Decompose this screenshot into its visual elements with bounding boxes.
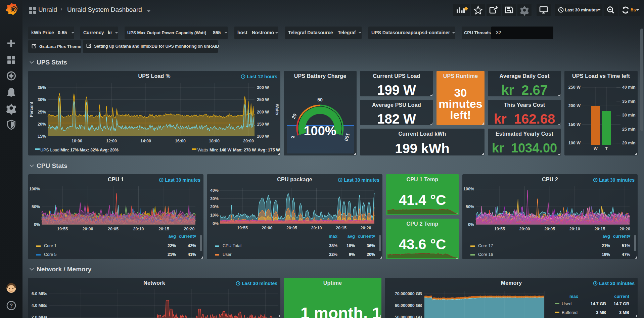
svg-text:20:05: 20:05 xyxy=(286,226,297,230)
svg-text:20:15: 20:15 xyxy=(594,227,605,231)
svg-text:current▾: current▾ xyxy=(179,234,196,239)
svg-text:Used: Used xyxy=(562,302,571,306)
svg-text:30 min: 30 min xyxy=(622,113,636,118)
svg-text:12:00: 12:00 xyxy=(106,139,117,143)
svg-text:Core 16: Core 16 xyxy=(478,252,493,257)
svg-text:0%: 0% xyxy=(34,222,40,227)
svg-text:100%: 100% xyxy=(29,187,40,191)
svg-text:20:20: 20:20 xyxy=(184,227,195,231)
svg-text:36%: 36% xyxy=(367,243,375,248)
svg-text:100 W: 100 W xyxy=(257,134,269,139)
svg-text:150 W: 150 W xyxy=(257,122,269,127)
svg-text:0%: 0% xyxy=(213,221,219,226)
svg-text:14.7 GB: 14.7 GB xyxy=(613,302,629,306)
svg-text:2.0 MBs: 2.0 MBs xyxy=(32,315,47,318)
svg-text:50: 50 xyxy=(317,97,323,102)
svg-text:30%: 30% xyxy=(210,196,219,201)
svg-text:30%: 30% xyxy=(38,97,46,102)
svg-text:40%: 40% xyxy=(210,188,219,193)
svg-text:300 W: 300 W xyxy=(257,85,269,90)
svg-text:Min: 148 W: Min: 148 W xyxy=(210,148,231,152)
svg-text:avg: avg xyxy=(603,234,610,239)
svg-text:19:55: 19:55 xyxy=(57,227,68,231)
svg-text:41%: 41% xyxy=(188,252,196,257)
svg-text:20:05: 20:05 xyxy=(108,227,119,231)
svg-text:200 W: 200 W xyxy=(257,110,269,115)
svg-text:25 min: 25 min xyxy=(622,127,636,132)
svg-text:avg: avg xyxy=(169,234,176,239)
svg-text:Core 1: Core 1 xyxy=(44,243,57,248)
svg-text:Buffered: Buffered xyxy=(562,310,578,315)
svg-text:20:10: 20:10 xyxy=(133,227,144,231)
svg-text:20:00: 20:00 xyxy=(83,227,93,231)
svg-text:T: T xyxy=(605,146,608,151)
svg-text:25%: 25% xyxy=(38,110,46,115)
svg-text:150 W: 150 W xyxy=(568,122,581,127)
svg-text:Avg: 175 W: Avg: 175 W xyxy=(258,148,280,152)
svg-text:9%: 9% xyxy=(349,252,355,257)
svg-text:18%: 18% xyxy=(347,243,355,248)
svg-text:200 W: 200 W xyxy=(568,103,581,108)
svg-text:?: ? xyxy=(10,303,13,309)
svg-text:50.000000 GB: 50.000000 GB xyxy=(395,315,422,318)
svg-text:20: 20 xyxy=(291,112,298,120)
svg-text:W: W xyxy=(594,146,598,151)
svg-text:18:00: 18:00 xyxy=(209,139,220,143)
svg-text:10:00: 10:00 xyxy=(72,139,82,143)
svg-text:35%: 35% xyxy=(38,85,46,90)
svg-text:50%: 50% xyxy=(32,205,40,209)
svg-text:current: current xyxy=(614,294,629,299)
svg-text:6.0 MBs: 6.0 MBs xyxy=(32,291,47,296)
svg-text:Min: 17%: Min: 17% xyxy=(60,148,79,152)
svg-text:50%: 50% xyxy=(466,205,474,209)
svg-text:42%: 42% xyxy=(188,243,196,248)
svg-text:20:10: 20:10 xyxy=(569,227,580,231)
svg-text:20:10: 20:10 xyxy=(311,226,322,230)
svg-text:User: User xyxy=(223,252,231,257)
svg-text:14:00: 14:00 xyxy=(140,139,151,143)
svg-text:250 W: 250 W xyxy=(568,85,581,90)
svg-text:20:20: 20:20 xyxy=(361,226,371,230)
svg-text:20 min: 20 min xyxy=(622,141,636,145)
svg-text:4.0 MBs: 4.0 MBs xyxy=(32,303,47,308)
svg-text:19%: 19% xyxy=(602,252,610,257)
svg-text:3 MB: 3 MB xyxy=(596,310,606,315)
svg-text:19:55: 19:55 xyxy=(494,227,505,231)
svg-text:20:00: 20:00 xyxy=(243,139,254,143)
svg-text:15%: 15% xyxy=(38,134,46,139)
svg-text:22%: 22% xyxy=(168,243,176,248)
svg-text:UPS Load: UPS Load xyxy=(40,148,59,152)
svg-text:20:05: 20:05 xyxy=(544,227,555,231)
svg-text:38%: 38% xyxy=(329,243,337,248)
svg-text:Core 17: Core 17 xyxy=(478,243,493,248)
svg-text:Watts: Watts xyxy=(197,148,208,152)
svg-text:21%: 21% xyxy=(168,252,176,257)
svg-text:20%: 20% xyxy=(38,122,46,127)
svg-text:Avg: 20%: Avg: 20% xyxy=(100,148,119,152)
svg-text:51%: 51% xyxy=(622,243,630,248)
svg-text:40 min: 40 min xyxy=(622,85,636,90)
svg-text:47%: 47% xyxy=(622,252,630,257)
svg-text:0%: 0% xyxy=(468,222,474,227)
svg-text:16:00: 16:00 xyxy=(175,139,186,143)
svg-text:current▾: current▾ xyxy=(613,234,631,239)
svg-text:60.000000 GB: 60.000000 GB xyxy=(395,303,422,308)
svg-text:21%: 21% xyxy=(602,243,610,248)
svg-text:14.7 GB: 14.7 GB xyxy=(590,302,606,306)
svg-text:100 W: 100 W xyxy=(568,141,581,145)
svg-text:10%: 10% xyxy=(210,213,219,218)
svg-text:20%: 20% xyxy=(367,252,375,257)
svg-text:3 MB: 3 MB xyxy=(619,310,629,315)
svg-text:100%: 100% xyxy=(304,124,336,138)
svg-text:20:15: 20:15 xyxy=(158,227,169,231)
svg-text:20:15: 20:15 xyxy=(336,226,347,230)
svg-text:CPU Total: CPU Total xyxy=(223,243,241,248)
svg-text:max: max xyxy=(329,234,338,239)
svg-text:Max: 278 W: Max: 278 W xyxy=(233,148,256,152)
svg-text:19:55: 19:55 xyxy=(237,226,248,230)
svg-text:22%: 22% xyxy=(329,252,337,257)
svg-text:20:00: 20:00 xyxy=(519,227,530,231)
svg-text:Core 5: Core 5 xyxy=(44,252,57,257)
svg-text:max: max xyxy=(569,294,579,299)
svg-text:Max: 32%: Max: 32% xyxy=(80,148,99,152)
